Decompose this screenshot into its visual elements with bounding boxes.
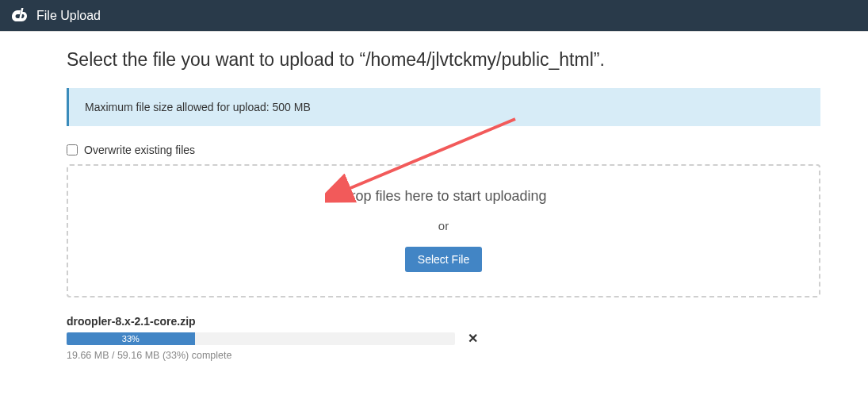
dropzone[interactable]: Drop files here to start uploading or Se…	[67, 164, 820, 297]
progress-bar: 33%	[67, 332, 195, 345]
close-icon: ✕	[468, 332, 478, 345]
main-content: Select the file you want to upload to “/…	[0, 32, 868, 361]
cancel-upload-button[interactable]: ✕	[468, 332, 478, 345]
overwrite-label: Overwrite existing files	[84, 144, 195, 156]
progress-row: 33% ✕	[67, 332, 820, 345]
overwrite-checkbox[interactable]	[67, 144, 78, 155]
upload-filename: droopler-8.x-2.1-core.zip	[67, 315, 820, 328]
cpanel-logo-icon	[10, 8, 29, 24]
topbar: File Upload	[0, 0, 868, 32]
info-banner: Maximum file size allowed for upload: 50…	[67, 88, 820, 126]
overwrite-row[interactable]: Overwrite existing files	[67, 144, 820, 156]
drop-text: Drop files here to start uploading	[84, 188, 803, 205]
progress-percent: 33%	[122, 334, 140, 344]
upload-status: 19.66 MB / 59.16 MB (33%) complete	[67, 350, 820, 361]
progress-track: 33%	[67, 332, 455, 345]
select-file-button[interactable]: Select File	[405, 247, 482, 272]
page-title: File Upload	[36, 9, 101, 23]
upload-item: droopler-8.x-2.1-core.zip 33% ✕ 19.66 MB…	[67, 315, 820, 361]
heading: Select the file you want to upload to “/…	[67, 49, 820, 71]
or-text: or	[84, 219, 803, 232]
info-text: Maximum file size allowed for upload: 50…	[85, 101, 311, 113]
